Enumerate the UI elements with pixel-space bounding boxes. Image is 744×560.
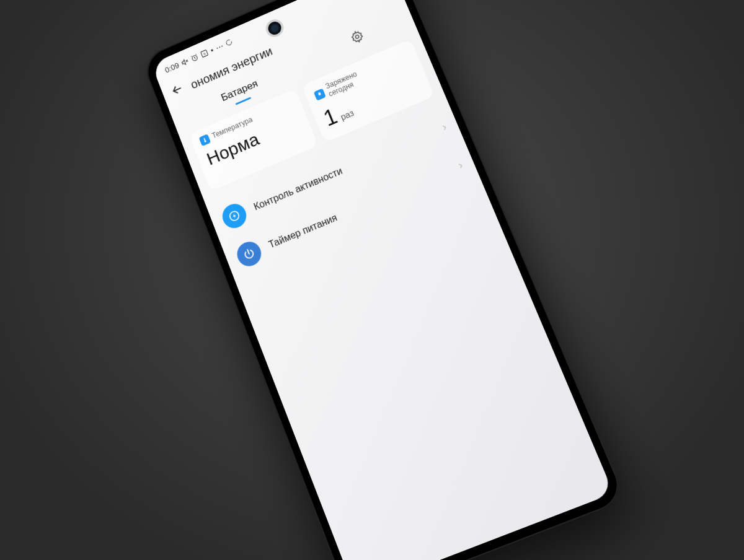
svg-text:N: N [203, 51, 206, 55]
chevron-right-icon: › [440, 120, 449, 133]
chevron-right-icon: › [456, 159, 465, 172]
back-button[interactable] [169, 81, 187, 102]
misc-icon: ⋯ [215, 41, 225, 52]
svg-point-13 [355, 35, 360, 39]
settings-gear-icon[interactable] [349, 27, 368, 46]
nfc-icon: N [200, 48, 210, 58]
phone-body: 0:09 N ▪ ⋯ [141, 0, 627, 560]
charged-count: 1 [320, 103, 340, 131]
mute-icon [180, 56, 190, 66]
power-icon [234, 238, 265, 269]
screen: 0:09 N ▪ ⋯ [151, 0, 614, 560]
status-time: 0:09 [164, 60, 180, 74]
alarm-icon [190, 53, 200, 63]
bolt-icon [219, 200, 250, 232]
thermometer-icon [199, 134, 211, 146]
sync-icon [224, 38, 234, 47]
plug-icon [314, 88, 326, 100]
bluetooth-icon [332, 0, 341, 1]
app-icon: ▪ [209, 45, 215, 55]
charged-unit: раз [339, 108, 355, 122]
